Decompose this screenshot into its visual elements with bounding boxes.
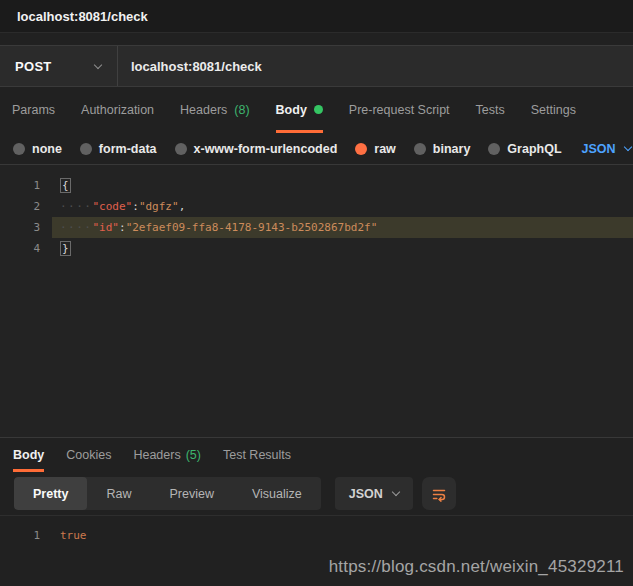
- radio-selected-icon: [355, 143, 367, 155]
- tab-label: Test Results: [223, 448, 291, 462]
- line-number: 2: [0, 196, 52, 217]
- tab-label: Pre-request Script: [349, 103, 450, 117]
- tab-label: Headers: [180, 103, 227, 117]
- title-bar: localhost:8081/check: [0, 0, 633, 33]
- radio-icon: [488, 143, 500, 155]
- body-type-label: x-www-form-urlencoded: [194, 142, 338, 156]
- tab-params[interactable]: Params: [12, 87, 55, 133]
- response-format-select[interactable]: JSON: [335, 477, 413, 510]
- line-number: 4: [0, 238, 52, 259]
- response-tab-test-results[interactable]: Test Results: [223, 438, 291, 472]
- close-brace: }: [60, 241, 71, 256]
- request-body-editor[interactable]: 1 { 2 ····"code":"dgfz", 3 ····"id":"2ef…: [0, 164, 633, 437]
- comma: ,: [179, 200, 186, 213]
- tab-label: Authorization: [81, 103, 154, 117]
- json-key: "code": [93, 200, 133, 213]
- code-content: {: [52, 175, 633, 196]
- method-select[interactable]: POST: [0, 46, 118, 86]
- view-mode-raw[interactable]: Raw: [87, 477, 150, 510]
- wrap-text-button[interactable]: [422, 477, 456, 510]
- view-mode-pretty[interactable]: Pretty: [14, 477, 87, 510]
- json-value: "dgfz": [139, 200, 179, 213]
- code-line[interactable]: 2 ····"code":"dgfz",: [0, 196, 633, 217]
- line-number: 3: [0, 217, 52, 238]
- url-value: localhost:8081/check: [131, 59, 262, 74]
- url-input[interactable]: localhost:8081/check: [118, 46, 633, 86]
- response-line[interactable]: 1 true: [0, 525, 633, 546]
- tab-label: Params: [12, 103, 55, 117]
- whitespace-dots: ····: [60, 200, 93, 213]
- view-mode-label: Visualize: [252, 487, 302, 501]
- body-type-x-www-form-urlencoded[interactable]: x-www-form-urlencoded: [175, 142, 338, 156]
- tab-pre-request-script[interactable]: Pre-request Script: [349, 87, 450, 133]
- radio-icon: [13, 143, 25, 155]
- radio-icon: [414, 143, 426, 155]
- body-type-label: raw: [374, 142, 396, 156]
- view-mode-visualize[interactable]: Visualize: [233, 477, 321, 510]
- json-key: "id": [93, 221, 120, 234]
- code-content: ····"id":"2efaef09-ffa8-4178-9143-b25028…: [52, 217, 633, 238]
- request-tabs: Params Authorization Headers (8) Body Pr…: [0, 87, 633, 133]
- code-content: }: [52, 238, 633, 259]
- tab-authorization[interactable]: Authorization: [81, 87, 154, 133]
- green-dot-icon: [314, 105, 323, 114]
- code-content: ····"code":"dgfz",: [52, 196, 633, 217]
- response-tab-headers[interactable]: Headers (5): [133, 438, 201, 472]
- body-type-bar: none form-data x-www-form-urlencoded raw…: [0, 133, 633, 164]
- body-type-raw[interactable]: raw: [355, 142, 396, 156]
- body-type-binary[interactable]: binary: [414, 142, 471, 156]
- tab-body[interactable]: Body: [276, 87, 323, 133]
- response-tab-cookies[interactable]: Cookies: [66, 438, 111, 472]
- page-title: localhost:8081/check: [17, 9, 148, 24]
- method-label: POST: [15, 59, 52, 74]
- body-type-label: form-data: [99, 142, 157, 156]
- colon: :: [132, 200, 139, 213]
- body-type-label: binary: [433, 142, 471, 156]
- view-mode-preview[interactable]: Preview: [150, 477, 232, 510]
- tab-label: Cookies: [66, 448, 111, 462]
- headers-count-badge: (5): [186, 448, 201, 462]
- code-content: true: [52, 525, 633, 546]
- view-mode-group: Pretty Raw Preview Visualize: [14, 477, 321, 510]
- tab-label: Body: [276, 103, 307, 117]
- code-line[interactable]: 4 }: [0, 238, 633, 259]
- open-brace: {: [60, 178, 71, 193]
- body-type-label: GraphQL: [507, 142, 561, 156]
- tab-label: Settings: [531, 103, 576, 117]
- code-line[interactable]: 1 {: [0, 175, 633, 196]
- line-number: 1: [0, 175, 52, 196]
- view-mode-label: Raw: [106, 487, 131, 501]
- view-mode-label: Pretty: [33, 487, 68, 501]
- body-type-label: none: [32, 142, 62, 156]
- code-line-highlighted[interactable]: 3 ····"id":"2efaef09-ffa8-4178-9143-b250…: [0, 217, 633, 238]
- response-toolbar: Pretty Raw Preview Visualize JSON: [0, 472, 633, 516]
- chevron-down-icon: [94, 60, 102, 68]
- headers-count-badge: (8): [234, 103, 249, 117]
- response-format-label: JSON: [349, 487, 383, 501]
- chevron-down-icon: [623, 143, 631, 151]
- response-body[interactable]: 1 true: [0, 516, 633, 546]
- tab-headers[interactable]: Headers (8): [180, 87, 250, 133]
- raw-format-label: JSON: [582, 142, 616, 156]
- tab-tests[interactable]: Tests: [476, 87, 505, 133]
- whitespace-dots: ····: [60, 221, 93, 234]
- raw-format-select[interactable]: JSON: [582, 142, 631, 156]
- radio-icon: [80, 143, 92, 155]
- tab-label: Body: [13, 448, 44, 462]
- request-url-bar: POST localhost:8081/check: [0, 45, 633, 87]
- radio-icon: [175, 143, 187, 155]
- tab-label: Headers: [133, 448, 180, 462]
- watermark: https://blog.csdn.net/weixin_45329211: [329, 557, 624, 577]
- response-tab-body[interactable]: Body: [13, 438, 44, 472]
- tab-settings[interactable]: Settings: [531, 87, 576, 133]
- chevron-down-icon: [392, 488, 400, 496]
- body-type-form-data[interactable]: form-data: [80, 142, 157, 156]
- colon: :: [119, 221, 126, 234]
- response-value: true: [60, 529, 87, 542]
- wrap-text-icon: [431, 486, 447, 502]
- body-type-none[interactable]: none: [13, 142, 62, 156]
- json-value: "2efaef09-ffa8-4178-9143-b2502867bd2f": [126, 221, 378, 234]
- tab-label: Tests: [476, 103, 505, 117]
- body-type-graphql[interactable]: GraphQL: [488, 142, 561, 156]
- view-mode-label: Preview: [169, 487, 213, 501]
